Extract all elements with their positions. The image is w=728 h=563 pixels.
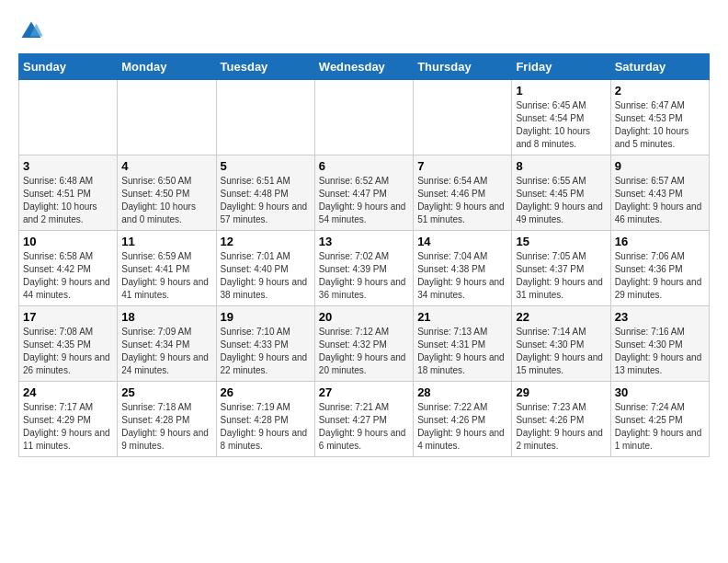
day-info: Sunrise: 6:58 AM Sunset: 4:42 PM Dayligh… — [23, 250, 113, 302]
calendar-header-monday: Monday — [118, 54, 216, 80]
logo — [18, 18, 48, 44]
calendar-cell: 23Sunrise: 7:16 AM Sunset: 4:30 PM Dayli… — [610, 306, 709, 382]
day-info: Sunrise: 7:19 AM Sunset: 4:28 PM Dayligh… — [221, 401, 311, 453]
calendar-cell: 8Sunrise: 6:55 AM Sunset: 4:45 PM Daylig… — [512, 155, 610, 231]
calendar-cell — [19, 80, 118, 155]
day-number: 8 — [516, 159, 606, 173]
day-info: Sunrise: 7:05 AM Sunset: 4:37 PM Dayligh… — [516, 250, 606, 302]
calendar-cell: 9Sunrise: 6:57 AM Sunset: 4:43 PM Daylig… — [610, 155, 709, 231]
calendar-cell: 13Sunrise: 7:02 AM Sunset: 4:39 PM Dayli… — [314, 231, 413, 306]
day-number: 21 — [417, 310, 507, 324]
day-number: 27 — [319, 385, 409, 399]
calendar-cell: 26Sunrise: 7:19 AM Sunset: 4:28 PM Dayli… — [216, 382, 314, 457]
day-number: 30 — [615, 385, 705, 399]
day-number: 3 — [23, 159, 113, 173]
day-number: 22 — [516, 310, 606, 324]
calendar-week-3: 10Sunrise: 6:58 AM Sunset: 4:42 PM Dayli… — [19, 231, 710, 306]
day-info: Sunrise: 7:08 AM Sunset: 4:35 PM Dayligh… — [23, 326, 113, 377]
calendar-cell: 10Sunrise: 6:58 AM Sunset: 4:42 PM Dayli… — [19, 231, 118, 306]
day-number: 29 — [516, 385, 606, 399]
calendar-cell: 30Sunrise: 7:24 AM Sunset: 4:25 PM Dayli… — [610, 382, 709, 457]
day-number: 13 — [319, 235, 409, 248]
day-info: Sunrise: 6:48 AM Sunset: 4:51 PM Dayligh… — [23, 175, 113, 226]
day-info: Sunrise: 7:16 AM Sunset: 4:30 PM Dayligh… — [615, 326, 705, 377]
day-number: 2 — [615, 84, 705, 98]
day-number: 24 — [23, 385, 113, 399]
day-number: 23 — [615, 310, 705, 324]
day-info: Sunrise: 7:22 AM Sunset: 4:26 PM Dayligh… — [417, 401, 507, 453]
calendar-cell: 20Sunrise: 7:12 AM Sunset: 4:32 PM Dayli… — [314, 306, 413, 382]
calendar-cell: 27Sunrise: 7:21 AM Sunset: 4:27 PM Dayli… — [314, 382, 413, 457]
calendar-cell: 1Sunrise: 6:45 AM Sunset: 4:54 PM Daylig… — [512, 80, 610, 155]
calendar-cell: 18Sunrise: 7:09 AM Sunset: 4:34 PM Dayli… — [118, 306, 216, 382]
day-info: Sunrise: 6:51 AM Sunset: 4:48 PM Dayligh… — [221, 175, 311, 226]
calendar-cell — [216, 80, 314, 155]
day-number: 19 — [221, 310, 311, 324]
day-number: 14 — [417, 235, 507, 248]
day-info: Sunrise: 6:47 AM Sunset: 4:53 PM Dayligh… — [615, 99, 705, 151]
calendar-week-5: 24Sunrise: 7:17 AM Sunset: 4:29 PM Dayli… — [19, 382, 710, 457]
day-info: Sunrise: 7:21 AM Sunset: 4:27 PM Dayligh… — [319, 401, 409, 453]
calendar-header-friday: Friday — [512, 54, 610, 80]
day-number: 11 — [121, 235, 211, 248]
day-number: 17 — [23, 310, 113, 324]
day-info: Sunrise: 7:02 AM Sunset: 4:39 PM Dayligh… — [319, 250, 409, 302]
day-number: 10 — [23, 235, 113, 248]
day-number: 7 — [417, 159, 507, 173]
day-number: 5 — [221, 159, 311, 173]
day-number: 6 — [319, 159, 409, 173]
day-number: 15 — [516, 235, 606, 248]
calendar-cell: 2Sunrise: 6:47 AM Sunset: 4:53 PM Daylig… — [610, 80, 709, 155]
calendar-cell: 7Sunrise: 6:54 AM Sunset: 4:46 PM Daylig… — [414, 155, 512, 231]
calendar-cell: 3Sunrise: 6:48 AM Sunset: 4:51 PM Daylig… — [19, 155, 118, 231]
calendar-week-1: 1Sunrise: 6:45 AM Sunset: 4:54 PM Daylig… — [19, 80, 710, 155]
day-number: 16 — [615, 235, 705, 248]
calendar-cell: 24Sunrise: 7:17 AM Sunset: 4:29 PM Dayli… — [19, 382, 118, 457]
day-number: 20 — [319, 310, 409, 324]
calendar-week-4: 17Sunrise: 7:08 AM Sunset: 4:35 PM Dayli… — [19, 306, 710, 382]
day-info: Sunrise: 6:54 AM Sunset: 4:46 PM Dayligh… — [417, 175, 507, 226]
calendar-cell: 12Sunrise: 7:01 AM Sunset: 4:40 PM Dayli… — [216, 231, 314, 306]
calendar-header-sunday: Sunday — [19, 54, 118, 80]
calendar-header-thursday: Thursday — [414, 54, 512, 80]
calendar-cell: 17Sunrise: 7:08 AM Sunset: 4:35 PM Dayli… — [19, 306, 118, 382]
day-info: Sunrise: 6:59 AM Sunset: 4:41 PM Dayligh… — [121, 250, 211, 302]
calendar-cell: 6Sunrise: 6:52 AM Sunset: 4:47 PM Daylig… — [314, 155, 413, 231]
calendar-cell — [314, 80, 413, 155]
day-number: 18 — [121, 310, 211, 324]
calendar-cell — [414, 80, 512, 155]
day-info: Sunrise: 6:55 AM Sunset: 4:45 PM Dayligh… — [516, 175, 606, 226]
day-info: Sunrise: 7:23 AM Sunset: 4:26 PM Dayligh… — [516, 401, 606, 453]
calendar-cell: 16Sunrise: 7:06 AM Sunset: 4:36 PM Dayli… — [610, 231, 709, 306]
calendar-cell: 25Sunrise: 7:18 AM Sunset: 4:28 PM Dayli… — [118, 382, 216, 457]
day-info: Sunrise: 6:50 AM Sunset: 4:50 PM Dayligh… — [121, 175, 211, 226]
day-info: Sunrise: 7:13 AM Sunset: 4:31 PM Dayligh… — [417, 326, 507, 377]
calendar-cell: 29Sunrise: 7:23 AM Sunset: 4:26 PM Dayli… — [512, 382, 610, 457]
day-info: Sunrise: 7:12 AM Sunset: 4:32 PM Dayligh… — [319, 326, 409, 377]
day-number: 9 — [615, 159, 705, 173]
calendar-cell: 28Sunrise: 7:22 AM Sunset: 4:26 PM Dayli… — [414, 382, 512, 457]
calendar-cell: 11Sunrise: 6:59 AM Sunset: 4:41 PM Dayli… — [118, 231, 216, 306]
calendar-cell: 5Sunrise: 6:51 AM Sunset: 4:48 PM Daylig… — [216, 155, 314, 231]
day-info: Sunrise: 6:57 AM Sunset: 4:43 PM Dayligh… — [615, 175, 705, 226]
day-number: 4 — [121, 159, 211, 173]
calendar-cell: 19Sunrise: 7:10 AM Sunset: 4:33 PM Dayli… — [216, 306, 314, 382]
day-info: Sunrise: 7:04 AM Sunset: 4:38 PM Dayligh… — [417, 250, 507, 302]
day-number: 25 — [121, 385, 211, 399]
day-number: 1 — [516, 84, 606, 98]
day-number: 12 — [221, 235, 311, 248]
calendar-header-tuesday: Tuesday — [216, 54, 314, 80]
day-info: Sunrise: 7:17 AM Sunset: 4:29 PM Dayligh… — [23, 401, 113, 453]
calendar-cell: 4Sunrise: 6:50 AM Sunset: 4:50 PM Daylig… — [118, 155, 216, 231]
calendar-cell: 14Sunrise: 7:04 AM Sunset: 4:38 PM Dayli… — [414, 231, 512, 306]
day-info: Sunrise: 7:09 AM Sunset: 4:34 PM Dayligh… — [121, 326, 211, 377]
day-info: Sunrise: 6:52 AM Sunset: 4:47 PM Dayligh… — [319, 175, 409, 226]
day-number: 26 — [221, 385, 311, 399]
calendar-cell — [118, 80, 216, 155]
day-number: 28 — [417, 385, 507, 399]
day-info: Sunrise: 7:01 AM Sunset: 4:40 PM Dayligh… — [221, 250, 311, 302]
calendar-week-2: 3Sunrise: 6:48 AM Sunset: 4:51 PM Daylig… — [19, 155, 710, 231]
calendar-header-saturday: Saturday — [610, 54, 709, 80]
calendar: SundayMondayTuesdayWednesdayThursdayFrid… — [18, 53, 710, 457]
day-info: Sunrise: 7:06 AM Sunset: 4:36 PM Dayligh… — [615, 250, 705, 302]
